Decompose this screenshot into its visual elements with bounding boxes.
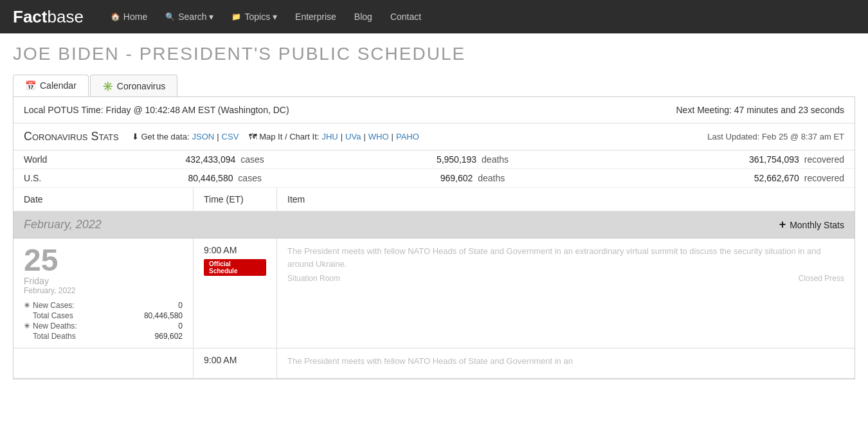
event-footer: Situation Room Closed Press xyxy=(287,274,844,283)
nav-home-label: Home xyxy=(123,12,147,22)
table-row: 9:00 AM The President meets with fellow … xyxy=(14,348,854,379)
brand-logo[interactable]: Factbase xyxy=(13,7,84,27)
plus-icon: + xyxy=(779,218,786,231)
new-deaths-val: 0 xyxy=(178,321,183,330)
col-date: Date xyxy=(14,188,194,211)
nav-home[interactable]: 🏠 Home xyxy=(103,8,155,26)
us-deaths: 969,602 deaths xyxy=(348,173,596,183)
nav-search[interactable]: 🔍 Search ▾ xyxy=(158,8,221,26)
nav-enterprise-label: Enterprise xyxy=(295,12,336,22)
month-row: February, 2022 + Monthly Stats xyxy=(14,212,854,239)
covid-last-updated: Last Updated: Feb 25 @ 8:37 am ET xyxy=(707,132,844,141)
total-deaths-label: Total Deaths xyxy=(24,332,76,341)
star-icon: ✳ xyxy=(24,321,30,330)
monthly-stats-button[interactable]: + Monthly Stats xyxy=(779,218,844,231)
who-link[interactable]: WHO xyxy=(368,132,389,141)
home-icon: 🏠 xyxy=(111,12,120,21)
day-stats: ✳ New Cases: 0 Total Cases 80,446,580 xyxy=(24,300,183,341)
col-time: Time (ET) xyxy=(194,188,277,211)
monthly-stats-label: Monthly Stats xyxy=(790,220,844,230)
event-time-value: 9:00 AM xyxy=(204,355,266,365)
new-cases-val: 0 xyxy=(178,301,183,310)
event-description: The President meets with fellow NATO Hea… xyxy=(287,245,844,270)
us-stats-row: U.S. 80,446,580 cases 969,602 deaths 52,… xyxy=(14,169,854,188)
time-bar: Local POTUS Time: Friday @ 10:42:48 AM E… xyxy=(14,97,854,123)
event-location: Situation Room xyxy=(287,274,340,283)
day-number: 25 xyxy=(24,245,183,276)
day-name: Friday xyxy=(24,276,183,286)
world-recovered: 361,754,093 recovered xyxy=(597,154,844,165)
world-label: World xyxy=(24,154,101,165)
tab-calendar-label: Calendar xyxy=(40,80,77,91)
schedule-header: Date Time (ET) Item xyxy=(14,188,854,212)
tab-coronavirus-label: Coronavirus xyxy=(117,81,165,91)
total-deaths-val: 969,602 xyxy=(155,332,183,341)
map-label: 🗺 Map It / Chart It: xyxy=(249,132,320,141)
event-description: The President meets with fellow NATO Hea… xyxy=(287,355,844,368)
nav-blog[interactable]: Blog xyxy=(347,8,380,26)
col-item: Item xyxy=(277,188,854,211)
table-row: 25 Friday February, 2022 ✳ New Cases: 0 … xyxy=(14,239,854,348)
event-item: The President meets with fellow NATO Hea… xyxy=(277,239,854,348)
us-cases: 80,446,580 cases xyxy=(101,173,348,183)
page-content: Joe Biden - President's Public Schedule … xyxy=(0,33,868,390)
page-title: Joe Biden - President's Public Schedule xyxy=(13,44,855,64)
uva-link[interactable]: UVa xyxy=(345,132,361,141)
total-cases-val: 80,446,580 xyxy=(144,311,183,320)
us-recovered: 52,662,670 recovered xyxy=(597,173,844,183)
day-cell: 25 Friday February, 2022 ✳ New Cases: 0 … xyxy=(14,239,194,348)
jhu-link[interactable]: JHU xyxy=(321,132,338,141)
nav-search-label: Search ▾ xyxy=(178,12,213,22)
event-item: The President meets with fellow NATO Hea… xyxy=(277,348,854,378)
nav-topics-label: Topics ▾ xyxy=(244,12,277,22)
world-cases: 432,433,094 cases xyxy=(101,154,348,165)
paho-link[interactable]: PAHO xyxy=(396,132,419,141)
empty-day-cell xyxy=(14,348,194,378)
day-date-full: February, 2022 xyxy=(24,286,183,295)
tab-bar: 📅 Calendar ✳️ Coronavirus xyxy=(13,75,855,97)
list-item: Total Cases 80,446,580 xyxy=(24,311,183,321)
next-meeting: Next Meeting: 47 minutes and 23 seconds xyxy=(676,105,845,115)
covid-data-links: ⬇ Get the data: JSON | CSV 🗺 Map It / Ch… xyxy=(132,132,419,141)
json-link[interactable]: JSON xyxy=(192,132,215,141)
navbar: Factbase 🏠 Home 🔍 Search ▾ 📁 Topics ▾ En… xyxy=(0,0,868,33)
folder-icon: 📁 xyxy=(231,12,241,21)
tab-calendar[interactable]: 📅 Calendar xyxy=(13,75,89,96)
list-item: ✳ New Deaths: 0 xyxy=(24,321,183,331)
world-stats-row: World 432,433,094 cases 5,950,193 deaths… xyxy=(14,150,854,169)
event-time: 9:00 AM xyxy=(194,348,277,378)
total-cases-label: Total Cases xyxy=(24,311,73,320)
search-icon: 🔍 xyxy=(165,12,175,21)
nav-contact[interactable]: Contact xyxy=(383,8,429,26)
covid-title: Coronavirus Stats xyxy=(24,130,119,143)
brand-bold: Fact xyxy=(13,7,47,26)
list-item: Total Deaths 969,602 xyxy=(24,331,183,341)
get-data-label: ⬇ Get the data: xyxy=(132,132,190,141)
new-cases-label: ✳ New Cases: xyxy=(24,301,75,310)
covid-header: Coronavirus Stats ⬇ Get the data: JSON |… xyxy=(14,123,854,150)
main-panel: Local POTUS Time: Friday @ 10:42:48 AM E… xyxy=(13,97,855,379)
coronavirus-icon: ✳️ xyxy=(102,81,113,91)
nav-topics[interactable]: 📁 Topics ▾ xyxy=(224,8,285,26)
world-deaths: 5,950,193 deaths xyxy=(348,154,596,165)
us-label: U.S. xyxy=(24,173,101,183)
event-access: Closed Press xyxy=(799,274,844,283)
official-schedule-badge: Official Schedule xyxy=(204,259,266,276)
nav-blog-label: Blog xyxy=(354,12,372,22)
calendar-icon: 📅 xyxy=(25,80,36,91)
list-item: ✳ New Cases: 0 xyxy=(24,300,183,311)
event-time-value: 9:00 AM xyxy=(204,245,266,255)
new-deaths-label: ✳ New Deaths: xyxy=(24,321,77,330)
star-icon: ✳ xyxy=(24,301,30,310)
month-label: February, 2022 xyxy=(24,218,102,231)
local-time: Local POTUS Time: Friday @ 10:42:48 AM E… xyxy=(24,105,289,115)
event-time: 9:00 AM Official Schedule xyxy=(194,239,277,348)
tab-coronavirus[interactable]: ✳️ Coronavirus xyxy=(90,75,177,96)
csv-link[interactable]: CSV xyxy=(222,132,239,141)
brand-name: Factbase xyxy=(13,7,84,27)
nav-contact-label: Contact xyxy=(390,12,421,22)
brand-regular: base xyxy=(47,7,83,26)
nav-items: 🏠 Home 🔍 Search ▾ 📁 Topics ▾ Enterprise … xyxy=(103,8,855,26)
nav-enterprise[interactable]: Enterprise xyxy=(287,8,344,26)
